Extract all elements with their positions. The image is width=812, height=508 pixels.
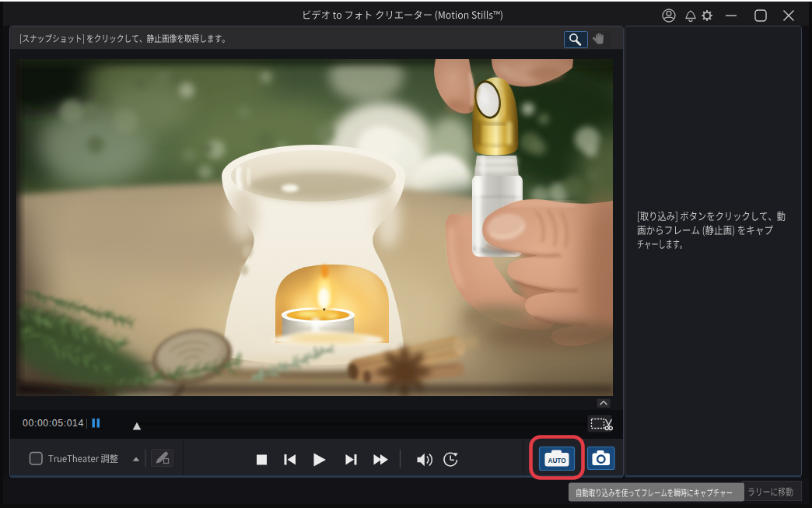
svg-text:AUTO: AUTO xyxy=(548,457,566,464)
svg-text:00:00:05:014: 00:00:05:014 xyxy=(23,418,84,429)
